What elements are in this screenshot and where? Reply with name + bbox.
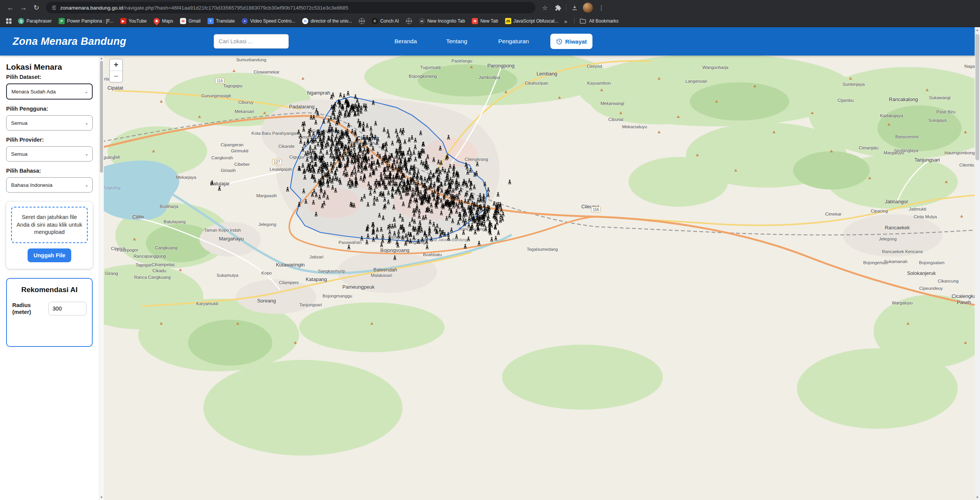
- scroll-down-arrow[interactable]: [100, 497, 103, 498]
- tower-marker[interactable]: [315, 108, 318, 113]
- scroll-down-arrow[interactable]: [976, 497, 978, 498]
- nav-pengaturan[interactable]: Pengaturan: [498, 38, 529, 45]
- tower-marker[interactable]: [286, 187, 289, 191]
- profile-avatar[interactable]: [583, 3, 593, 13]
- nav-tentang[interactable]: Tentang: [446, 38, 467, 45]
- bookmark-item[interactable]: Maps: [151, 17, 176, 25]
- tower-marker[interactable]: [494, 236, 497, 240]
- tower-marker[interactable]: [487, 193, 489, 197]
- location-search-input[interactable]: [214, 34, 289, 49]
- tower-marker[interactable]: [426, 245, 429, 249]
- page-scrollbar[interactable]: [975, 27, 980, 500]
- zoom-out-button[interactable]: −: [110, 70, 122, 82]
- tower-marker[interactable]: [218, 186, 221, 191]
- upload-file-button[interactable]: Unggah File: [28, 248, 72, 262]
- nav-beranda[interactable]: Beranda: [394, 38, 417, 45]
- tower-marker[interactable]: [447, 135, 450, 139]
- downloads-icon[interactable]: [568, 1, 581, 14]
- tower-marker[interactable]: [343, 94, 345, 98]
- zoom-in-button[interactable]: +: [110, 59, 122, 70]
- tower-marker[interactable]: [462, 230, 465, 235]
- tower-marker[interactable]: [339, 93, 342, 97]
- bookmark-item[interactable]: PPower Pamplona : [F...: [56, 17, 116, 25]
- back-icon[interactable]: ←: [4, 1, 17, 14]
- tower-marker[interactable]: [332, 92, 334, 97]
- bookmark-item[interactable]: Gdirector of the univ...: [299, 17, 355, 25]
- map[interactable]: SumurbandungPasirlanguCirawamekarTugumuk…: [104, 56, 975, 500]
- bookmark-item[interactable]: NNew Tab: [469, 17, 501, 25]
- scroll-up-arrow[interactable]: [976, 29, 978, 31]
- provider-select[interactable]: Semua ⌄: [6, 146, 93, 162]
- radius-input[interactable]: [48, 302, 87, 315]
- sidebar-scrollbar-thumb[interactable]: [100, 61, 103, 173]
- scroll-up-arrow[interactable]: [100, 57, 103, 59]
- history-button[interactable]: Riwayat: [550, 34, 592, 49]
- sidebar-scrollbar[interactable]: [99, 56, 104, 500]
- tower-marker[interactable]: [475, 171, 478, 175]
- file-dropzone[interactable]: Seret dan jatuhkan file Anda di sini ata…: [11, 207, 88, 243]
- tower-marker[interactable]: [303, 142, 306, 146]
- site-info-icon[interactable]: [51, 5, 57, 10]
- tower-marker[interactable]: [493, 201, 496, 206]
- extensions-puzzle-icon[interactable]: [551, 1, 564, 14]
- bookmark-item[interactable]: QParaphraser: [15, 17, 54, 25]
- tower-marker[interactable]: [314, 120, 317, 124]
- tower-marker[interactable]: [467, 237, 470, 241]
- tower-marker[interactable]: [347, 91, 349, 95]
- tower-marker[interactable]: [347, 245, 350, 249]
- apps-grid-icon[interactable]: [6, 18, 11, 24]
- tower-marker[interactable]: [474, 230, 476, 234]
- tower-marker[interactable]: [484, 227, 487, 231]
- bookmark-item[interactable]: TTranslate: [205, 17, 238, 25]
- tower-marker[interactable]: [464, 244, 466, 248]
- bookmarks-overflow-chevron[interactable]: »: [561, 18, 570, 25]
- tower-marker[interactable]: [502, 212, 504, 216]
- tower-marker[interactable]: [490, 237, 493, 242]
- bookmark-favicon: [359, 18, 365, 24]
- tower-marker[interactable]: [508, 180, 511, 184]
- bookmark-item[interactable]: »Video Speed Contro...: [239, 17, 298, 25]
- tower-marker[interactable]: [316, 111, 319, 116]
- all-bookmarks[interactable]: All Bookmarks: [572, 18, 618, 24]
- bookmark-item[interactable]: CConch AI: [369, 17, 402, 25]
- tower-marker[interactable]: [299, 134, 302, 138]
- tower-marker[interactable]: [312, 115, 315, 119]
- tower-marker[interactable]: [312, 131, 315, 136]
- tower-marker[interactable]: [297, 129, 300, 134]
- tower-marker[interactable]: [393, 255, 396, 260]
- tower-marker[interactable]: [468, 223, 470, 227]
- tower-marker[interactable]: [365, 240, 368, 244]
- language-select[interactable]: Bahasa Indonesia ⌄: [6, 177, 93, 193]
- tower-marker[interactable]: [499, 214, 502, 218]
- tower-marker[interactable]: [455, 234, 458, 239]
- tower-marker[interactable]: [497, 192, 499, 196]
- address-bar[interactable]: zonamenara.bandung.go.id/navigate.php?ha…: [46, 2, 535, 13]
- tower-marker[interactable]: [380, 242, 383, 247]
- tower-marker[interactable]: [309, 127, 312, 132]
- bookmark-item[interactable]: ▶YouTube: [118, 17, 149, 25]
- tower-marker[interactable]: [501, 217, 504, 221]
- bookmark-item[interactable]: [356, 17, 368, 25]
- tower-marker[interactable]: [310, 115, 312, 119]
- reload-icon[interactable]: ↻: [30, 1, 43, 14]
- bookmark-item[interactable]: JSJavaScript Obfuscat...: [502, 17, 561, 25]
- bookmark-item[interactable]: MGmail: [177, 17, 203, 25]
- tower-marker[interactable]: [302, 127, 305, 132]
- tower-marker[interactable]: [478, 241, 480, 245]
- forward-icon[interactable]: →: [17, 1, 30, 14]
- menu-kebab-icon[interactable]: ⋮: [595, 1, 608, 14]
- tower-marker[interactable]: [211, 180, 213, 185]
- user-select[interactable]: Semua ⌄: [6, 115, 93, 131]
- dataset-select[interactable]: Menara Sudah Ada ⌄: [6, 83, 93, 100]
- tower-marker[interactable]: [487, 187, 489, 192]
- bookmark-star-icon[interactable]: ☆: [538, 1, 551, 14]
- page-scrollbar-thumb[interactable]: [975, 34, 979, 160]
- tower-marker[interactable]: [299, 139, 302, 144]
- bookmark-favicon: T: [208, 18, 214, 24]
- bookmark-item[interactable]: ∞New Incognito Tab: [416, 17, 468, 25]
- tower-marker[interactable]: [476, 162, 479, 166]
- bookmark-item[interactable]: [403, 17, 415, 25]
- ai-card-title: Rekomendasi AI: [12, 286, 87, 294]
- tower-marker[interactable]: [308, 132, 311, 137]
- tower-marker[interactable]: [497, 230, 500, 235]
